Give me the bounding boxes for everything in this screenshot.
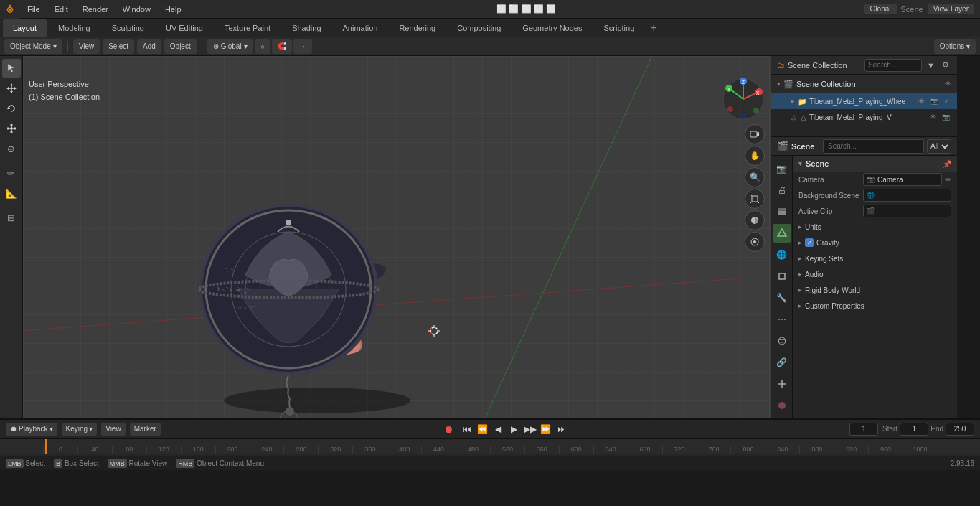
- props-filter-select[interactable]: All: [927, 139, 951, 154]
- scene-selector[interactable]: Global: [864, 4, 897, 14]
- scene-pin-button[interactable]: 📌: [943, 160, 951, 168]
- props-icon-data[interactable]: [773, 375, 791, 393]
- background-scene-value[interactable]: 🌐: [863, 189, 951, 202]
- gravity-section[interactable]: ▸ ✓ Gravity: [793, 235, 957, 250]
- mirror-button[interactable]: ↔: [293, 39, 312, 54]
- props-search-input[interactable]: [823, 139, 924, 154]
- object-menu-button[interactable]: Object: [164, 39, 197, 54]
- item-viewport-toggle-0[interactable]: 👁: [917, 98, 926, 105]
- audio-section[interactable]: ▸ Audio: [793, 266, 957, 282]
- tab-sculpting[interactable]: Sculpting: [102, 19, 154, 37]
- select-menu-button[interactable]: Select: [103, 39, 134, 54]
- viewport-shading-solid[interactable]: [745, 210, 765, 230]
- tab-add-button[interactable]: +: [646, 20, 661, 36]
- outliner-filter-button[interactable]: ▼: [925, 61, 937, 70]
- props-icon-particles[interactable]: ⋯: [773, 310, 791, 329]
- item-render-toggle-1[interactable]: 📷: [941, 113, 951, 121]
- annotate-tool-button[interactable]: ✏: [2, 164, 21, 182]
- outliner-search[interactable]: [864, 59, 922, 72]
- outliner-item-tibetan-v[interactable]: △ △ Tibetan_Metal_Praying_V 👁 📷: [771, 109, 957, 125]
- scale-tool-button[interactable]: [2, 119, 21, 138]
- perspective-button[interactable]: [745, 189, 765, 209]
- snap-button[interactable]: 🧲: [272, 39, 292, 54]
- tab-shading[interactable]: Shading: [282, 19, 331, 37]
- skip-to-start-button[interactable]: ⏮: [460, 422, 474, 436]
- props-icon-physics[interactable]: [773, 332, 791, 350]
- transform-tool-button[interactable]: ⊕: [2, 139, 21, 158]
- props-icon-output[interactable]: 🖨: [773, 181, 791, 200]
- tab-compositing[interactable]: Compositing: [447, 19, 511, 37]
- move-tool-button[interactable]: [2, 79, 21, 98]
- props-icon-scene[interactable]: [773, 224, 791, 243]
- menu-help[interactable]: Help: [158, 0, 189, 18]
- props-icon-modifier[interactable]: 🔧: [773, 289, 791, 307]
- camera-edit-button[interactable]: ✏: [942, 175, 951, 184]
- hand-tool-button[interactable]: ✋: [745, 146, 765, 166]
- props-icon-material[interactable]: [773, 396, 791, 415]
- active-clip-value[interactable]: 🎬: [863, 205, 951, 217]
- scene-section-header[interactable]: ▾ Scene 📌: [793, 156, 957, 172]
- tab-layout[interactable]: Layout: [3, 19, 47, 37]
- timeline-marker-button[interactable]: Marker: [130, 423, 161, 436]
- tab-geometry-nodes[interactable]: Geometry Nodes: [512, 19, 592, 37]
- jump-back-button[interactable]: ⏪: [476, 422, 490, 436]
- props-icon-world[interactable]: 🌐: [773, 245, 791, 264]
- menu-render[interactable]: Render: [75, 0, 116, 18]
- zoom-in-button[interactable]: 🔍: [745, 167, 765, 187]
- tab-modeling[interactable]: Modeling: [48, 19, 100, 37]
- props-icon-constraints[interactable]: 🔗: [773, 353, 791, 372]
- viewport-overlays-button[interactable]: [745, 232, 765, 252]
- item-viewport-toggle-1[interactable]: 👁: [928, 113, 938, 121]
- outliner-item-tibetan-wheel[interactable]: ▸ 📁 Tibetan_Metal_Praying_Whee 👁 📷 ✓: [771, 93, 957, 109]
- camera-view-button[interactable]: [745, 124, 765, 144]
- menu-window[interactable]: Window: [116, 0, 158, 18]
- scene-collection-item[interactable]: ▾ 🎬 Scene Collection 👁: [771, 75, 957, 93]
- rigid-body-section[interactable]: ▸ Rigid Body World: [793, 282, 957, 298]
- tab-uv-editing[interactable]: UV Editing: [156, 19, 213, 37]
- add-menu-button[interactable]: Add: [137, 39, 161, 54]
- proportional-edit-button[interactable]: ⟐: [255, 39, 270, 54]
- view-menu-button[interactable]: View: [73, 39, 100, 54]
- menu-file[interactable]: File: [20, 0, 47, 18]
- timeline-ruler[interactable]: 0 40 80 120 160 200 240 280 320 360 400 …: [0, 438, 980, 454]
- end-frame-input[interactable]: [946, 423, 974, 436]
- props-icon-object[interactable]: [773, 267, 791, 286]
- step-back-button[interactable]: ◀: [491, 422, 506, 436]
- units-section[interactable]: ▸ Units: [793, 219, 957, 235]
- skip-to-end-button[interactable]: ⏭: [555, 422, 569, 436]
- item-exclude-toggle-0[interactable]: ✓: [943, 98, 951, 105]
- play-button[interactable]: ▶: [507, 422, 522, 436]
- options-button[interactable]: Options ▾: [934, 39, 976, 54]
- start-frame-input[interactable]: [900, 423, 928, 436]
- tab-rendering[interactable]: Rendering: [389, 19, 446, 37]
- tab-texture-paint[interactable]: Texture Paint: [215, 19, 281, 37]
- custom-props-section[interactable]: ▸ Custom Properties: [793, 298, 957, 314]
- record-button[interactable]: ⏺: [441, 422, 456, 436]
- object-mode-button[interactable]: Object Mode ▾: [4, 39, 62, 54]
- props-icon-view-layer[interactable]: [773, 202, 791, 221]
- tab-animation[interactable]: Animation: [333, 19, 388, 37]
- rotate-tool-button[interactable]: [2, 99, 21, 118]
- timeline-keying-button[interactable]: Keying ▾: [62, 423, 98, 436]
- timeline-playback-button[interactable]: ⏺ Playback ▾: [6, 423, 57, 436]
- menu-edit[interactable]: Edit: [47, 0, 75, 18]
- transform-icons[interactable]: ⬜ ⬜ ⬜ ⬜ ⬜: [496, 4, 555, 14]
- keying-sets-section[interactable]: ▸ Keying Sets: [793, 250, 957, 266]
- gravity-checkbox[interactable]: ✓: [805, 238, 814, 247]
- scene-name[interactable]: Scene: [901, 5, 923, 14]
- 3d-viewport[interactable]: ༀ མ་ཎི་པདྨེ་ཧཱུྃ 𑀪𑀼𑀫𑀺 ཨོཾ་མ་ཎི་: [23, 56, 771, 418]
- transform-global-button[interactable]: ⊕ Global ▾: [207, 39, 253, 54]
- view-layer-selector[interactable]: View Layer: [928, 4, 974, 14]
- item-render-toggle-0[interactable]: 📷: [929, 98, 940, 105]
- measure-tool-button[interactable]: 📐: [2, 184, 21, 202]
- current-frame-input[interactable]: [849, 423, 878, 436]
- timeline-view-button[interactable]: View: [101, 423, 126, 436]
- tab-scripting[interactable]: Scripting: [593, 19, 644, 37]
- viewport-gizmo[interactable]: X Y Z: [722, 78, 765, 121]
- cursor-tool-button[interactable]: [2, 59, 21, 78]
- camera-value-field[interactable]: 📷 Camera: [863, 173, 942, 186]
- step-forward-button[interactable]: ▶▶: [523, 422, 537, 436]
- props-icon-render[interactable]: 📷: [773, 159, 791, 178]
- outliner-settings-button[interactable]: ⚙: [940, 60, 951, 70]
- collection-visibility-toggle[interactable]: 👁: [945, 80, 951, 88]
